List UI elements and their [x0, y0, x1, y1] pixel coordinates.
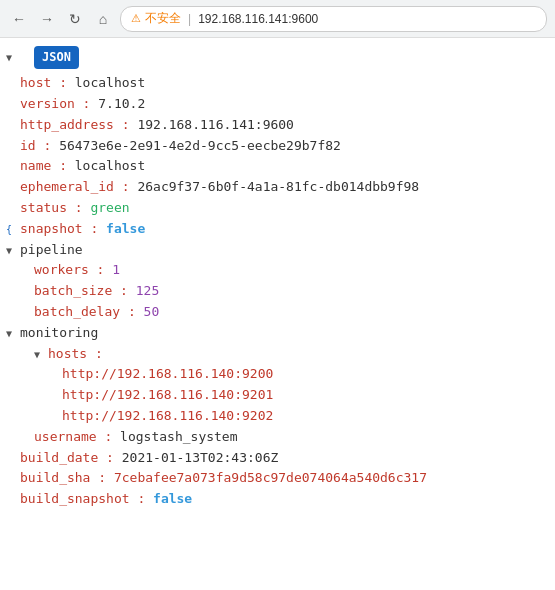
- build-snapshot-key: build_snapshot :: [20, 489, 145, 510]
- http-address-value: 192.168.116.141:9600: [137, 115, 294, 136]
- host2-value: http://192.168.116.140:9201: [62, 385, 273, 406]
- back-button[interactable]: ←: [8, 8, 30, 30]
- build-sha-value: 7cebafee7a073fa9d58c97de074064a540d6c317: [114, 468, 427, 489]
- batch-size-value: 125: [136, 281, 159, 302]
- status-key: status :: [20, 198, 83, 219]
- batch-delay-key: batch_delay :: [34, 302, 136, 323]
- host1-value: http://192.168.116.140:9200: [62, 364, 273, 385]
- pipeline-label: pipeline: [20, 240, 83, 261]
- json-badge-row: ▼ JSON: [6, 46, 549, 73]
- username-key: username :: [34, 427, 112, 448]
- pipeline-expand[interactable]: ▼: [6, 243, 20, 259]
- version-key: version :: [20, 94, 90, 115]
- host-key: host :: [20, 73, 67, 94]
- batch-delay-row: batch_delay : 50: [6, 302, 549, 323]
- browser-toolbar: ← → ↻ ⌂ ⚠ 不安全 | 192.168.116.141:9600: [0, 0, 555, 38]
- http-address-key: http_address :: [20, 115, 130, 136]
- snapshot-icon: {: [6, 222, 20, 238]
- snapshot-value: false: [106, 219, 145, 240]
- monitoring-expand[interactable]: ▼: [6, 326, 20, 342]
- forward-button[interactable]: →: [36, 8, 58, 30]
- build-sha-key: build_sha :: [20, 468, 106, 489]
- batch-size-key: batch_size :: [34, 281, 128, 302]
- hosts-row: ▼ hosts :: [6, 344, 549, 365]
- id-row: id : 56473e6e-2e91-4e2d-9cc5-eecbe29b7f8…: [6, 136, 549, 157]
- hosts-key: hosts :: [48, 344, 103, 365]
- version-row: version : 7.10.2: [6, 94, 549, 115]
- host3-row: http://192.168.116.140:9202: [6, 406, 549, 427]
- workers-value: 1: [112, 260, 120, 281]
- name-row: name : localhost: [6, 156, 549, 177]
- build-snapshot-value: false: [153, 489, 192, 510]
- root-expand-icon[interactable]: ▼: [6, 50, 20, 66]
- json-viewer: ▼ JSON host : localhost version : 7.10.2…: [0, 38, 555, 518]
- name-key: name :: [20, 156, 67, 177]
- batch-delay-value: 50: [144, 302, 160, 323]
- workers-key: workers :: [34, 260, 104, 281]
- security-label: 不安全: [145, 10, 181, 27]
- id-key: id :: [20, 136, 51, 157]
- json-badge: JSON: [34, 46, 79, 69]
- host2-row: http://192.168.116.140:9201: [6, 385, 549, 406]
- host-value: localhost: [75, 73, 145, 94]
- refresh-button[interactable]: ↻: [64, 8, 86, 30]
- id-value: 56473e6e-2e91-4e2d-9cc5-eecbe29b7f82: [59, 136, 341, 157]
- status-row: status : green: [6, 198, 549, 219]
- username-value: logstash_system: [120, 427, 237, 448]
- batch-size-row: batch_size : 125: [6, 281, 549, 302]
- home-button[interactable]: ⌂: [92, 8, 114, 30]
- host-row: host : localhost: [6, 73, 549, 94]
- build-date-row: build_date : 2021-01-13T02:43:06Z: [6, 448, 549, 469]
- build-date-value: 2021-01-13T02:43:06Z: [122, 448, 279, 469]
- workers-row: workers : 1: [6, 260, 549, 281]
- host1-row: http://192.168.116.140:9200: [6, 364, 549, 385]
- hosts-expand[interactable]: ▼: [34, 347, 48, 363]
- ephemeral-id-key: ephemeral_id :: [20, 177, 130, 198]
- snapshot-key: snapshot :: [20, 219, 98, 240]
- address-bar[interactable]: ⚠ 不安全 | 192.168.116.141:9600: [120, 6, 547, 32]
- host3-value: http://192.168.116.140:9202: [62, 406, 273, 427]
- version-value: 7.10.2: [98, 94, 145, 115]
- status-value: green: [90, 198, 129, 219]
- snapshot-row: { snapshot : false: [6, 219, 549, 240]
- monitoring-label: monitoring: [20, 323, 98, 344]
- security-icon: ⚠: [131, 12, 141, 25]
- pipeline-row: ▼ pipeline: [6, 240, 549, 261]
- name-value: localhost: [75, 156, 145, 177]
- monitoring-row: ▼ monitoring: [6, 323, 549, 344]
- ephemeral-id-value: 26ac9f37-6b0f-4a1a-81fc-db014dbb9f98: [137, 177, 419, 198]
- url-display: 192.168.116.141:9600: [198, 12, 318, 26]
- http-address-row: http_address : 192.168.116.141:9600: [6, 115, 549, 136]
- username-row: username : logstash_system: [6, 427, 549, 448]
- build-date-key: build_date :: [20, 448, 114, 469]
- build-sha-row: build_sha : 7cebafee7a073fa9d58c97de0740…: [6, 468, 549, 489]
- build-snapshot-row: build_snapshot : false: [6, 489, 549, 510]
- ephemeral-id-row: ephemeral_id : 26ac9f37-6b0f-4a1a-81fc-d…: [6, 177, 549, 198]
